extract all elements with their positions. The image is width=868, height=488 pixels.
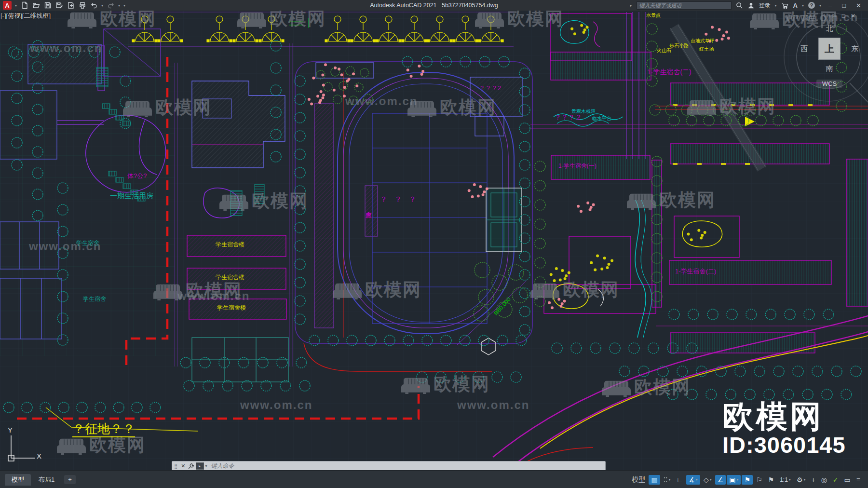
flower-dot bbox=[338, 68, 340, 70]
flower-dot bbox=[568, 271, 570, 274]
command-line-dock[interactable]: ⣿ ✕ ▸ ▾ 键入命令 bbox=[172, 461, 606, 471]
polar-tracking-icon[interactable]: ∡▾ bbox=[686, 475, 700, 485]
undo-icon[interactable] bbox=[90, 1, 98, 10]
app-store-cart-icon[interactable] bbox=[781, 2, 789, 9]
object-snap-icon[interactable]: ▣▾ bbox=[727, 475, 741, 485]
doc-restore-button[interactable]: □ bbox=[842, 13, 845, 19]
site-watermark-big: 欧模网 ID:3060145 bbox=[722, 400, 846, 457]
flower-dot bbox=[564, 277, 567, 280]
flower-dot bbox=[573, 32, 576, 35]
flower-dot bbox=[725, 30, 728, 33]
model-space-toggle[interactable]: 模型 bbox=[629, 474, 648, 485]
flower-dot bbox=[727, 37, 730, 40]
flower-dot bbox=[352, 72, 355, 75]
sign-in-dropdown-icon[interactable]: ▾ bbox=[775, 3, 777, 8]
flower-dot bbox=[561, 269, 564, 272]
flower-dot bbox=[318, 101, 321, 104]
flower-dot bbox=[577, 205, 580, 208]
grid-icon[interactable]: ▦ bbox=[649, 475, 660, 485]
recent-commands-icon[interactable]: ▸ bbox=[196, 462, 204, 470]
undo-dropdown-icon[interactable]: ▾ bbox=[101, 3, 103, 8]
doc-close-button[interactable]: ✕ bbox=[851, 13, 855, 19]
flower-dot bbox=[705, 33, 707, 36]
search-input[interactable] bbox=[637, 1, 732, 10]
command-dropdown-icon[interactable]: ▾ bbox=[205, 464, 207, 468]
doc-minimize-button[interactable]: – bbox=[833, 13, 837, 19]
flower-dot bbox=[708, 40, 711, 42]
redo-dropdown-icon[interactable]: ▾ bbox=[118, 3, 120, 8]
flower-dot bbox=[557, 298, 560, 301]
customize-toolbar-icon[interactable]: ▾ bbox=[123, 3, 125, 8]
flower-dot bbox=[322, 83, 325, 86]
new-file-icon[interactable] bbox=[20, 1, 28, 10]
redo-icon[interactable] bbox=[107, 1, 115, 10]
layout-tab-布局1[interactable]: 布局1 bbox=[32, 474, 61, 486]
autocad-logo-icon[interactable]: A bbox=[3, 1, 12, 10]
isodraft-icon[interactable]: ◇▾ bbox=[701, 475, 714, 485]
flower-dot bbox=[468, 189, 471, 192]
object-snap-tracking-icon[interactable]: ∠ bbox=[715, 475, 726, 485]
flower-dot bbox=[560, 305, 563, 308]
flower-dot bbox=[322, 94, 325, 96]
open-file-icon[interactable] bbox=[32, 1, 40, 10]
autodesk-app-icon[interactable]: A bbox=[793, 2, 798, 9]
flower-dot bbox=[410, 75, 413, 78]
flower-dot bbox=[477, 194, 480, 197]
window-maximize-button[interactable]: □ bbox=[839, 2, 849, 9]
flower-dot bbox=[320, 90, 323, 93]
command-line-close-icon[interactable]: ✕ bbox=[179, 463, 187, 469]
window-minimize-button[interactable]: – bbox=[826, 2, 835, 9]
status-bar: 模型布局1+ 模型▦⁚⁚▾∟∡▾◇▾∠▣▾⚑⚐⚑1:1▾⚙▾+◎✓▭≡ bbox=[0, 470, 868, 488]
flower-dot bbox=[553, 279, 556, 282]
snap-icon[interactable]: ⁚⁚▾ bbox=[661, 475, 673, 485]
flower-dot bbox=[348, 78, 351, 81]
command-line-grip[interactable]: ⣿ bbox=[172, 463, 179, 469]
flower-dot bbox=[324, 63, 327, 66]
search-flyout-arrow-icon[interactable]: ▸ bbox=[630, 3, 632, 8]
flower-dot bbox=[321, 74, 324, 77]
isolate-objects-icon[interactable]: ◎ bbox=[819, 475, 829, 485]
flower-dot bbox=[565, 274, 568, 277]
print-icon[interactable] bbox=[78, 1, 86, 10]
hamburger-menu-icon[interactable]: ≡ bbox=[854, 475, 863, 485]
window-close-button[interactable]: ✕ bbox=[853, 2, 864, 9]
viewport-controls-label[interactable]: [-][俯视][二维线框] bbox=[0, 12, 51, 20]
customization-wrench-icon[interactable] bbox=[188, 463, 194, 470]
clean-screen-icon[interactable]: ▭ bbox=[842, 475, 853, 485]
site-watermark-id-text: ID:3060145 bbox=[722, 433, 846, 457]
command-input[interactable]: 键入命令 bbox=[211, 462, 234, 470]
flower-dot bbox=[608, 263, 610, 266]
layout-tab-模型[interactable]: 模型 bbox=[5, 474, 31, 486]
user-icon[interactable] bbox=[747, 2, 755, 9]
flower-dot bbox=[596, 255, 599, 258]
flower-dot bbox=[343, 95, 346, 97]
autoscale-icon[interactable]: ⚐ bbox=[754, 475, 765, 485]
new-layout-button[interactable]: + bbox=[64, 475, 76, 484]
flower-dot bbox=[555, 267, 558, 270]
flower-dot bbox=[687, 232, 690, 235]
flower-dot bbox=[486, 187, 488, 190]
autodesk-app-dropdown-icon[interactable]: ▾ bbox=[802, 3, 804, 8]
search-icon[interactable] bbox=[736, 2, 743, 9]
crosshair-plus-icon[interactable]: + bbox=[809, 475, 817, 485]
ortho-icon[interactable]: ∟ bbox=[674, 475, 686, 485]
flower-dot bbox=[559, 278, 562, 281]
flower-dot bbox=[704, 231, 706, 234]
app-menu-arrow-icon[interactable]: ▾ bbox=[15, 3, 17, 8]
sign-in-button[interactable]: 登录 bbox=[759, 1, 771, 10]
flower-dot bbox=[420, 73, 423, 76]
annotation-flag-icon[interactable]: ⚑ bbox=[766, 475, 777, 485]
annotation-visibility-icon[interactable]: ⚑ bbox=[742, 475, 753, 485]
help-icon[interactable]: ? bbox=[808, 2, 815, 9]
flower-dot bbox=[603, 257, 606, 259]
help-dropdown-icon[interactable]: ▾ bbox=[819, 3, 821, 8]
flower-dot bbox=[715, 39, 718, 42]
annotation-scale[interactable]: 1:1▾ bbox=[777, 475, 793, 484]
flower-dot bbox=[563, 299, 566, 302]
save-icon[interactable] bbox=[43, 1, 52, 10]
flower-dot bbox=[722, 34, 725, 37]
save-as-icon[interactable] bbox=[55, 1, 63, 10]
workspace-gear-icon[interactable]: ⚙▾ bbox=[794, 475, 808, 485]
export-icon[interactable] bbox=[67, 1, 75, 10]
graphics-performance-icon[interactable]: ✓ bbox=[830, 475, 841, 485]
